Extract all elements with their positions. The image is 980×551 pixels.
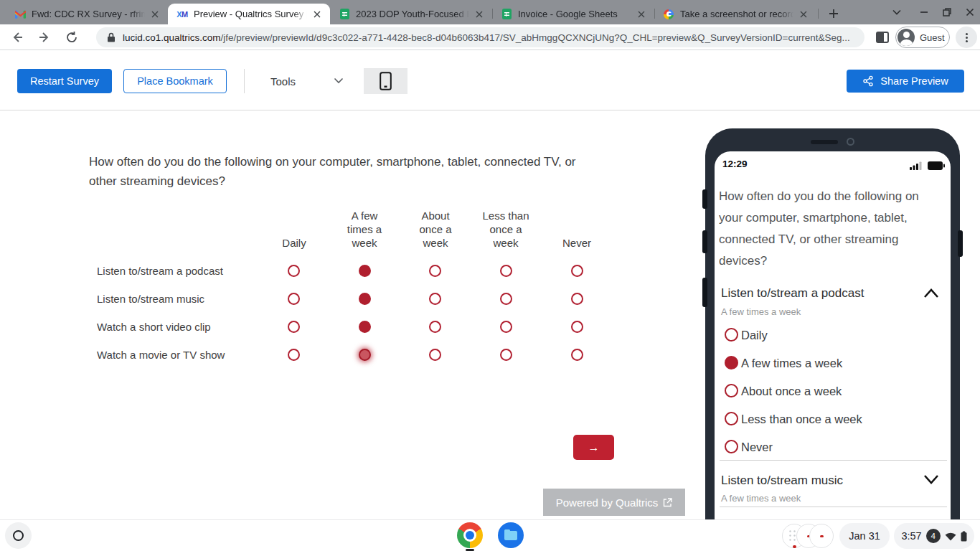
chevron-down-icon[interactable] — [334, 77, 344, 84]
restore-button[interactable] — [938, 0, 956, 24]
column-header: Daily — [268, 208, 321, 250]
row-label: Listen to/stream a podcast — [97, 265, 223, 277]
side-panel-icon[interactable] — [872, 27, 892, 47]
share-icon — [862, 75, 874, 87]
radio-never[interactable] — [571, 321, 583, 333]
phone-radio-never[interactable] — [725, 440, 738, 453]
date-label: Jan 31 — [849, 530, 880, 542]
phone-radio-about-once-week[interactable] — [725, 384, 738, 397]
address-bar[interactable]: lucid.co1.qualtrics.com/jfe/preview/prev… — [96, 27, 864, 47]
matrix-table: Daily A few times a week About once a we… — [0, 208, 646, 373]
radio-about-once-week[interactable] — [429, 265, 441, 277]
powered-by-qualtrics-badge[interactable]: Powered by Qualtrics — [543, 489, 685, 516]
radio-few-times-week[interactable] — [359, 293, 371, 305]
minimize-button[interactable] — [915, 0, 933, 24]
phone-option-label: Less than once a week — [741, 413, 862, 426]
radio-less-once-week[interactable] — [500, 265, 512, 277]
tab-title: Take a screenshot or record yo — [680, 9, 793, 19]
tab-qualtrics-preview[interactable]: XM Preview - Qualtrics Survey | Qua — [168, 4, 330, 24]
radio-few-times-week[interactable] — [359, 265, 371, 277]
survey-preview-toolbar: Restart Survey Place Bookmark Tools Shar… — [0, 50, 980, 110]
sheets-icon — [339, 9, 350, 20]
battery-icon — [928, 161, 945, 170]
radio-about-once-week[interactable] — [429, 321, 441, 333]
tab-close-icon[interactable] — [473, 9, 485, 20]
column-header: About once a week — [409, 208, 462, 250]
guest-label: Guest — [920, 32, 945, 43]
sheets-icon — [501, 9, 512, 20]
powered-by-label: Powered by Qualtrics — [556, 496, 659, 509]
phone-mute-button — [702, 189, 707, 209]
phone-speaker — [811, 140, 838, 144]
radio-daily[interactable] — [288, 321, 300, 333]
accordion-selected-value: A few times a week — [721, 493, 801, 504]
gmail-icon — [14, 9, 26, 20]
chevron-up-icon[interactable] — [923, 288, 939, 298]
tab-google-search[interactable]: Take a screenshot or record yo — [654, 4, 816, 24]
tab-sheets-invoice[interactable]: Invoice - Google Sheets — [492, 4, 654, 24]
tab-close-icon[interactable] — [149, 9, 161, 20]
date-pill[interactable]: Jan 31 — [839, 523, 890, 549]
radio-never[interactable] — [571, 349, 583, 361]
close-window-button[interactable] — [961, 0, 979, 24]
tab-close-icon[interactable] — [798, 9, 809, 20]
radio-few-times-week[interactable] — [359, 321, 371, 333]
place-bookmark-button[interactable]: Place Bookmark — [123, 69, 227, 93]
mobile-preview-button[interactable] — [364, 68, 407, 94]
next-button[interactable]: → — [573, 435, 614, 460]
notification-count-badge: 4 — [926, 529, 941, 543]
phone-radio-daily[interactable] — [725, 328, 738, 342]
share-preview-button[interactable]: Share Preview — [847, 70, 964, 93]
phone-radio-less-once-week[interactable] — [725, 412, 738, 425]
notification-icon[interactable] — [809, 524, 834, 548]
phone-question-text: How often do you do the following on you… — [719, 186, 940, 272]
chevron-down-icon[interactable] — [923, 474, 939, 485]
guest-profile-button[interactable]: Guest — [895, 27, 950, 48]
chrome-app-icon[interactable] — [457, 522, 483, 548]
time-label: 3:57 — [901, 530, 921, 542]
radio-daily[interactable] — [288, 265, 300, 277]
accordion-title[interactable]: Listen to/stream music — [721, 474, 843, 488]
smartphone-icon — [380, 72, 392, 90]
three-dot-icon — [966, 37, 968, 39]
radio-less-once-week[interactable] — [500, 321, 512, 333]
phone-radio-few-times-week[interactable] — [725, 356, 738, 369]
files-app-icon[interactable] — [498, 522, 524, 548]
radio-daily[interactable] — [288, 293, 300, 305]
tools-dropdown[interactable]: Tools — [270, 75, 296, 88]
radio-few-times-week[interactable] — [359, 349, 371, 361]
launcher-button[interactable] — [5, 522, 32, 549]
radio-never[interactable] — [571, 293, 583, 305]
tab-gmail[interactable]: Fwd: CDC RX Survey - rfrimpor — [6, 4, 168, 24]
radio-about-once-week[interactable] — [429, 349, 441, 361]
status-tray[interactable]: 3:57 4 — [894, 523, 974, 549]
accordion-title[interactable]: Listen to/stream a podcast — [721, 286, 864, 301]
survey-question-text: How often do you do the following on you… — [89, 152, 595, 191]
radio-less-once-week[interactable] — [500, 349, 512, 361]
tab-separator — [654, 9, 655, 19]
wifi-icon — [945, 532, 956, 541]
signal-icon — [910, 161, 923, 170]
restart-survey-button[interactable]: Restart Survey — [17, 69, 112, 93]
radio-daily[interactable] — [288, 349, 300, 361]
reload-button[interactable] — [62, 27, 82, 47]
row-label: Watch a movie or TV show — [97, 349, 225, 361]
share-preview-label: Share Preview — [880, 75, 948, 87]
forward-button[interactable] — [34, 27, 55, 47]
row-label: Watch a short video clip — [97, 321, 211, 333]
phone-preview-mockup: 12:29 How often do you do the following … — [705, 128, 960, 551]
radio-never[interactable] — [571, 265, 583, 277]
radio-less-once-week[interactable] — [500, 293, 512, 305]
phone-option-label: Never — [741, 441, 773, 454]
tab-close-icon[interactable] — [636, 9, 647, 20]
browser-menu-button[interactable] — [956, 27, 977, 48]
radio-about-once-week[interactable] — [429, 293, 441, 305]
url-text: lucid.co1.qualtrics.com/jfe/preview/prev… — [123, 32, 850, 43]
window-menu-chevron-icon[interactable] — [888, 0, 905, 24]
back-button[interactable] — [7, 27, 27, 47]
new-tab-button[interactable] — [824, 4, 844, 24]
phone-status-time: 12:29 — [722, 159, 748, 169]
tab-close-icon[interactable] — [311, 9, 323, 20]
phone-power-button — [958, 230, 963, 257]
tab-sheets-dop[interactable]: 2023 DOP Youth-Focused Envi — [330, 4, 492, 24]
